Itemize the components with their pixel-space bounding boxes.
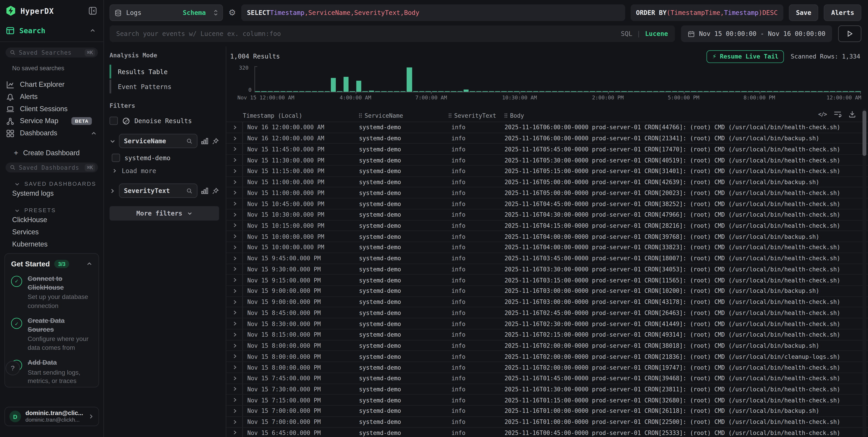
expand-row-icon[interactable]: [231, 373, 243, 383]
analysis-mode-option[interactable]: Results Table: [110, 65, 219, 78]
table-row[interactable]: Nov 15 11:00:00.000 PM systemd-demo info…: [226, 188, 868, 198]
bar-chart-icon[interactable]: [201, 187, 209, 195]
wrap-lines-icon[interactable]: [834, 110, 841, 118]
expand-row-icon[interactable]: [231, 406, 243, 416]
analysis-mode-option[interactable]: Event Patterns: [110, 79, 219, 93]
get-started-step[interactable]: ✓ Connect to ClickHouse Set up your data…: [11, 275, 93, 310]
preset-item[interactable]: ClickHouse: [0, 214, 103, 226]
vertical-scrollbar[interactable]: [863, 108, 866, 437]
preset-item[interactable]: Services: [0, 227, 103, 238]
user-menu[interactable]: D dominic.tran@clic... dominic.tran@clic…: [4, 407, 99, 426]
expand-row-icon[interactable]: [231, 199, 243, 209]
table-row[interactable]: Nov 15 11:00:00.000 PM systemd-demo info…: [226, 177, 868, 188]
language-toggle-sql[interactable]: SQL: [621, 30, 632, 37]
save-button[interactable]: Save: [789, 4, 818, 21]
expand-row-icon[interactable]: [231, 177, 243, 187]
get-started-step[interactable]: ✓ Create Data Sources Configure where yo…: [11, 317, 93, 352]
run-query-button[interactable]: [838, 26, 862, 42]
expand-row-icon[interactable]: [231, 384, 243, 394]
expand-row-icon[interactable]: [231, 188, 243, 198]
column-header-timestamp[interactable]: Timestamp (Local): [243, 112, 359, 119]
collapse-sidebar-icon[interactable]: [88, 6, 97, 15]
table-row[interactable]: Nov 15 7:45:00.000 PM systemd-demo info …: [226, 373, 868, 384]
filter-value-systemd-demo[interactable]: systemd-demo: [110, 154, 219, 162]
table-row[interactable]: Nov 15 7:30:00.000 PM systemd-demo info …: [226, 384, 868, 395]
table-row[interactable]: Nov 15 8:45:00.000 PM systemd-demo info …: [226, 307, 868, 318]
table-row[interactable]: Nov 15 10:30:00.000 PM systemd-demo info…: [226, 209, 868, 220]
expand-row-icon[interactable]: [231, 220, 243, 231]
code-view-icon[interactable]: </>: [818, 111, 827, 117]
table-row[interactable]: Nov 15 10:15:00.000 PM systemd-demo info…: [226, 220, 868, 231]
expand-row-icon[interactable]: [231, 253, 243, 264]
expand-row-icon[interactable]: [231, 166, 243, 176]
bar-chart-icon[interactable]: [201, 137, 209, 145]
date-range-picker[interactable]: Nov 15 00:00:00 - Nov 16 00:00:00: [681, 26, 832, 42]
section-saved-dashboards[interactable]: SAVED DASHBOARDS: [0, 181, 103, 187]
preset-item[interactable]: Kubernetes: [0, 239, 103, 250]
expand-row-icon[interactable]: [231, 122, 243, 133]
table-row[interactable]: Nov 15 8:00:00.000 PM systemd-demo info …: [226, 351, 868, 362]
table-row[interactable]: Nov 15 7:00:00.000 PM systemd-demo info …: [226, 406, 868, 417]
expand-row-icon[interactable]: [231, 395, 243, 405]
saved-searches-input[interactable]: Saved Searches ⌘K: [5, 47, 98, 57]
table-row[interactable]: Nov 15 9:45:00.000 PM systemd-demo info …: [226, 253, 868, 264]
alerts-button[interactable]: Alerts: [824, 4, 861, 21]
expand-row-icon[interactable]: [231, 155, 243, 165]
more-filters-button[interactable]: More filters: [110, 206, 219, 221]
expand-row-icon[interactable]: [231, 144, 243, 154]
expand-row-icon[interactable]: [231, 340, 243, 351]
drag-handle-icon[interactable]: [504, 113, 507, 118]
value-checkbox[interactable]: [112, 154, 120, 162]
chevron-down-icon[interactable]: [110, 138, 116, 144]
severitytext-filter-field[interactable]: SeverityText: [119, 183, 197, 198]
expand-row-icon[interactable]: [231, 286, 243, 296]
expand-row-icon[interactable]: [231, 330, 243, 340]
table-row[interactable]: Nov 15 6:45:00.000 PM systemd-demo info …: [226, 428, 868, 437]
expand-row-icon[interactable]: [231, 307, 243, 318]
expand-row-icon[interactable]: [231, 362, 243, 373]
expand-row-icon[interactable]: [231, 275, 243, 285]
expand-row-icon[interactable]: [231, 297, 243, 307]
saved-dashboards-input[interactable]: Saved Dashboards ⌘K: [5, 163, 98, 172]
table-row[interactable]: Nov 15 7:15:00.000 PM systemd-demo info …: [226, 395, 868, 406]
pin-icon[interactable]: [212, 137, 219, 145]
drag-handle-icon[interactable]: [359, 113, 362, 118]
pin-icon[interactable]: [212, 187, 219, 194]
table-row[interactable]: Nov 15 9:00:00.000 PM systemd-demo info …: [226, 297, 868, 307]
sidebar-item-alerts[interactable]: Alerts: [0, 91, 103, 103]
section-presets[interactable]: PRESETS: [0, 207, 103, 213]
order-by-input[interactable]: ORDER BY (TimestampTime, Timestamp) DESC: [630, 4, 783, 21]
source-settings-gear-icon[interactable]: ⚙: [228, 8, 236, 18]
table-row[interactable]: Nov 15 10:00:00.000 PM systemd-demo info…: [226, 231, 868, 242]
table-row[interactable]: Nov 15 8:30:00.000 PM systemd-demo info …: [226, 318, 868, 330]
table-row[interactable]: Nov 15 9:00:00.000 PM systemd-demo info …: [226, 286, 868, 297]
table-row[interactable]: Nov 15 8:00:00.000 PM systemd-demo info …: [226, 340, 868, 351]
table-row[interactable]: Nov 15 8:15:00.000 PM systemd-demo info …: [226, 330, 868, 340]
denoise-results-toggle[interactable]: Denoise Results: [110, 116, 219, 125]
column-header-severitytext[interactable]: SeverityText: [444, 112, 504, 119]
table-row[interactable]: Nov 15 11:30:00.000 PM systemd-demo info…: [226, 155, 868, 166]
expand-row-icon[interactable]: [231, 417, 243, 427]
sidebar-item-chart-explorer[interactable]: Chart Explorer: [0, 78, 103, 91]
expand-row-icon[interactable]: [231, 351, 243, 362]
sidebar-item-search[interactable]: Search: [0, 24, 103, 37]
table-row[interactable]: Nov 16 12:00:00.000 AM systemd-demo info…: [226, 122, 868, 133]
table-row[interactable]: Nov 15 9:30:00.000 PM systemd-demo info …: [226, 264, 868, 275]
column-header-body[interactable]: Body: [504, 112, 855, 119]
table-row[interactable]: Nov 15 7:00:00.000 PM systemd-demo info …: [226, 417, 868, 428]
table-row[interactable]: Nov 16 12:00:00.000 AM systemd-demo info…: [226, 133, 868, 144]
expand-row-icon[interactable]: [231, 133, 243, 143]
sidebar-item-client-sessions[interactable]: Client Sessions: [0, 103, 103, 115]
chevron-right-icon[interactable]: [110, 188, 116, 194]
table-row[interactable]: Nov 15 10:00:00.000 PM systemd-demo info…: [226, 242, 868, 253]
expand-row-icon[interactable]: [231, 242, 243, 253]
resume-live-tail-button[interactable]: ⚡ Resume Live Tail: [707, 50, 784, 63]
drag-handle-icon[interactable]: [449, 113, 452, 118]
select-columns-input[interactable]: SELECT Timestamp,ServiceName,SeverityTex…: [242, 4, 625, 21]
table-row[interactable]: Nov 15 8:00:00.000 PM systemd-demo info …: [226, 362, 868, 373]
load-more-button[interactable]: Load more: [110, 167, 219, 175]
expand-row-icon[interactable]: [231, 264, 243, 274]
servicename-filter-field[interactable]: ServiceName: [119, 134, 197, 148]
dashboard-item[interactable]: Systemd logs: [0, 188, 103, 199]
download-icon[interactable]: [848, 110, 856, 118]
